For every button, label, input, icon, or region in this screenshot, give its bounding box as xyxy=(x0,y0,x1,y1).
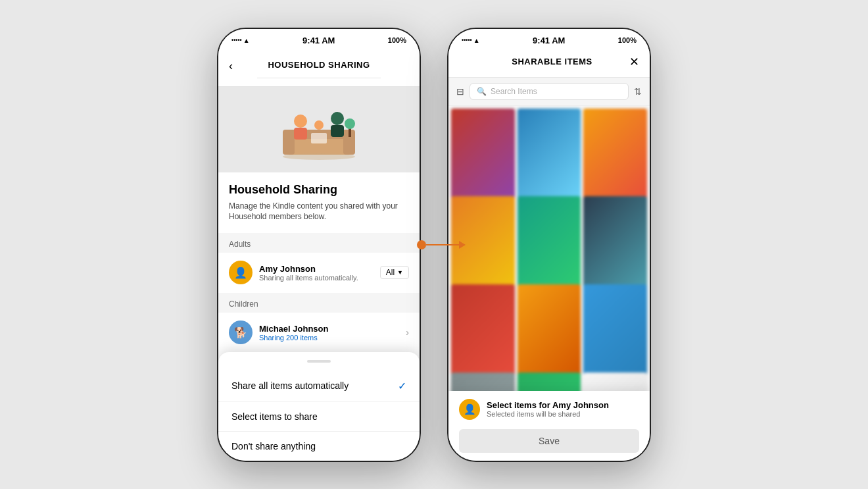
screen-title-2: SHARABLE ITEMS xyxy=(512,57,592,66)
all-label: All xyxy=(386,268,395,277)
time-1: 9:41 AM xyxy=(302,36,335,45)
phone2-header: SHARABLE ITEMS ✕ xyxy=(448,49,650,78)
svg-point-5 xyxy=(294,115,307,128)
book-3[interactable] xyxy=(583,109,647,204)
save-button[interactable]: Save xyxy=(459,429,639,453)
book-8[interactable] xyxy=(518,284,581,380)
children-label: Children xyxy=(218,293,420,313)
select-panel-header: 👤 Select items for Amy Johnson Selected … xyxy=(459,399,639,420)
close-button[interactable]: ✕ xyxy=(629,55,639,69)
search-icon: 🔍 xyxy=(477,87,487,96)
phone2-content: 👤 Select items for Amy Johnson Selected … xyxy=(448,106,650,461)
michael-chevron: › xyxy=(406,327,409,338)
svg-point-9 xyxy=(314,120,324,130)
michael-icon: 🐕 xyxy=(234,326,247,339)
amy-person-icon: 👤 xyxy=(234,267,247,279)
wifi-icon-2: ▲ xyxy=(473,37,480,44)
illustration-area xyxy=(218,87,420,172)
amy-info: Amy Johnson Sharing all items automatica… xyxy=(259,264,374,282)
book-7[interactable] xyxy=(451,284,515,380)
signal-dots-2: ••••• xyxy=(462,37,472,43)
svg-point-11 xyxy=(345,118,355,129)
svg-point-7 xyxy=(331,112,344,125)
michael-name: Michael Johnson xyxy=(259,324,399,334)
adults-label: Adults xyxy=(218,233,420,253)
select-items-label: Select items to share xyxy=(231,411,318,422)
time-2: 9:41 AM xyxy=(533,36,565,45)
household-desc: Manage the Kindle content you shared wit… xyxy=(229,201,409,223)
search-input-area[interactable]: 🔍 Search Items xyxy=(470,83,629,100)
phone1-header: ‹ HOUSEHOLD SHARING xyxy=(218,49,420,87)
michael-info: Michael Johnson Sharing 200 items xyxy=(259,324,399,342)
arrow-circle xyxy=(417,240,426,249)
dont-share-option[interactable]: Don't share anything xyxy=(218,431,420,461)
dont-share-label: Don't share anything xyxy=(231,441,316,451)
check-icon: ✓ xyxy=(398,380,406,392)
michael-johnson-card[interactable]: 🐕 Michael Johnson Sharing 200 items › xyxy=(218,313,420,352)
sort-icon[interactable]: ⇅ xyxy=(634,86,642,97)
book-1[interactable] xyxy=(451,109,515,204)
amy-all-badge[interactable]: All ▼ xyxy=(380,266,409,279)
battery-1: 100% xyxy=(388,36,406,44)
book-2[interactable] xyxy=(518,109,581,204)
amy-select-avatar: 👤 xyxy=(459,399,480,420)
amy-status: Sharing all items automatically. xyxy=(259,274,374,282)
amy-johnson-card[interactable]: 👤 Amy Johnson Sharing all items automati… xyxy=(218,253,420,292)
svg-rect-6 xyxy=(294,128,307,140)
select-items-option[interactable]: Select items to share xyxy=(218,401,420,431)
battery-2: 100% xyxy=(618,36,637,44)
bottom-sheet: Share all items automatically ✓ Select i… xyxy=(218,352,420,461)
status-bar-2: ••••• ▲ 9:41 AM 100% xyxy=(448,29,650,49)
share-all-label: Share all items automatically xyxy=(231,380,349,391)
search-bar: ⊟ 🔍 Search Items ⇅ xyxy=(448,78,650,106)
sheet-handle xyxy=(307,360,331,363)
back-button[interactable]: ‹ xyxy=(229,59,233,73)
household-title: Household Sharing xyxy=(229,183,409,197)
household-illustration xyxy=(273,93,365,166)
svg-rect-8 xyxy=(331,125,344,137)
dropdown-chevron: ▼ xyxy=(397,269,403,276)
search-placeholder: Search Items xyxy=(491,87,537,96)
book-5[interactable] xyxy=(518,196,581,292)
book-9[interactable] xyxy=(583,284,647,380)
select-subtitle: Selected items will be shared xyxy=(487,410,609,418)
svg-point-4 xyxy=(283,153,355,160)
status-bar-1: ••••• ▲ 9:41 AM 100% xyxy=(218,29,420,49)
phone1: ••••• ▲ 9:41 AM 100% ‹ HOUSEHOLD SHARING xyxy=(217,28,421,462)
book-6[interactable] xyxy=(583,196,647,292)
share-all-option[interactable]: Share all items automatically ✓ xyxy=(218,371,420,401)
amy-avatar: 👤 xyxy=(229,261,253,284)
michael-avatar: 🐕 xyxy=(229,321,253,344)
arrow-head xyxy=(459,241,466,249)
signal-dots-1: ••••• xyxy=(231,37,242,43)
screen-title-1: HOUSEHOLD SHARING xyxy=(257,55,380,78)
svg-rect-12 xyxy=(311,133,327,143)
filter-icon[interactable]: ⊟ xyxy=(456,86,464,97)
content-text-area: Household Sharing Manage the Kindle cont… xyxy=(218,172,420,234)
wifi-icon-1: ▲ xyxy=(243,37,250,44)
phone2: ••••• ▲ 9:41 AM 100% SHARABLE ITEMS ✕ ⊟ … xyxy=(447,28,651,462)
amy-select-icon: 👤 xyxy=(464,403,476,415)
arrow-line xyxy=(426,244,459,245)
arrow-connector xyxy=(417,240,466,249)
select-text: Select items for Amy Johnson Selected it… xyxy=(487,400,609,418)
select-panel: 👤 Select items for Amy Johnson Selected … xyxy=(448,391,650,461)
michael-status: Sharing 200 items xyxy=(259,334,399,342)
amy-name: Amy Johnson xyxy=(259,264,374,274)
select-title: Select items for Amy Johnson xyxy=(487,400,609,410)
